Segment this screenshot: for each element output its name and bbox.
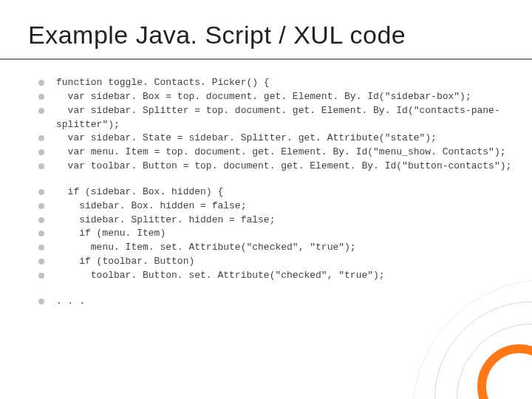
ring-icon (479, 346, 532, 399)
code-line: sidebar. Splitter. hidden = false; (38, 214, 507, 228)
code-text: var sidebar. Box = top. document. get. E… (56, 90, 471, 104)
bullet-icon (38, 245, 44, 250)
code-text: var sidebar. State = sidebar. Splitter. … (56, 132, 437, 146)
code-block-3: . . . (38, 295, 507, 309)
slide: Example Java. Script / XUL code function… (0, 0, 532, 399)
bullet-icon (38, 80, 44, 86)
code-text: var sidebar. Splitter = top. document. g… (56, 104, 507, 132)
code-line: toolbar. Button. set. Attribute("checked… (38, 269, 507, 283)
bullet-icon (38, 108, 44, 114)
code-line: sidebar. Box. hidden = false; (38, 200, 507, 214)
bullet-icon (38, 217, 44, 223)
code-line: if (sidebar. Box. hidden) { (38, 185, 507, 200)
code-text: sidebar. Splitter. hidden = false; (56, 214, 275, 228)
ring-icon (457, 324, 532, 399)
bullet-icon (38, 94, 44, 100)
code-text: menu. Item. set. Attribute("checked", "t… (56, 241, 356, 255)
code-line: . . . (38, 295, 507, 309)
code-line: var sidebar. Splitter = top. document. g… (38, 104, 507, 132)
code-line: if (toolbar. Button) (38, 255, 507, 269)
code-line: if (menu. Item) (38, 227, 507, 241)
slide-title: Example Java. Script / XUL code (0, 0, 532, 55)
ring-accent-icon (477, 344, 532, 399)
code-content: function toggle. Contacts. Picker() { va… (0, 60, 532, 309)
code-block-1: function toggle. Contacts. Picker() { va… (38, 76, 507, 174)
bullet-icon (38, 231, 44, 236)
code-text: sidebar. Box. hidden = false; (56, 200, 246, 214)
code-text: if (toolbar. Button) (56, 255, 194, 269)
bullet-icon (38, 203, 44, 209)
code-line: function toggle. Contacts. Picker() { (38, 76, 507, 90)
code-line: var sidebar. State = sidebar. Splitter. … (38, 132, 507, 146)
code-line: var sidebar. Box = top. document. get. E… (38, 90, 507, 104)
bullet-icon (38, 259, 44, 265)
bullet-icon (38, 299, 44, 304)
code-text: function toggle. Contacts. Picker() { (56, 76, 270, 90)
code-line: menu. Item. set. Attribute("checked", "t… (38, 241, 507, 255)
code-block-2: if (sidebar. Box. hidden) { sidebar. Box… (38, 185, 507, 283)
ring-icon (434, 301, 532, 399)
bullet-icon (38, 149, 44, 155)
bullet-icon (38, 163, 44, 169)
code-line: var toolbar. Button = top. document. get… (38, 160, 507, 174)
code-text: . . . (56, 295, 85, 309)
code-text: if (sidebar. Box. hidden) { (56, 185, 223, 200)
bullet-icon (38, 273, 44, 279)
bullet-icon (38, 135, 44, 141)
code-text: var toolbar. Button = top. document. get… (56, 160, 511, 174)
code-text: if (menu. Item) (56, 227, 166, 241)
bullet-icon (38, 189, 44, 195)
code-text: toolbar. Button. set. Attribute("checked… (56, 269, 385, 283)
code-line: var menu. Item = top. document. get. Ele… (38, 146, 507, 160)
code-text: var menu. Item = top. document. get. Ele… (56, 146, 506, 160)
